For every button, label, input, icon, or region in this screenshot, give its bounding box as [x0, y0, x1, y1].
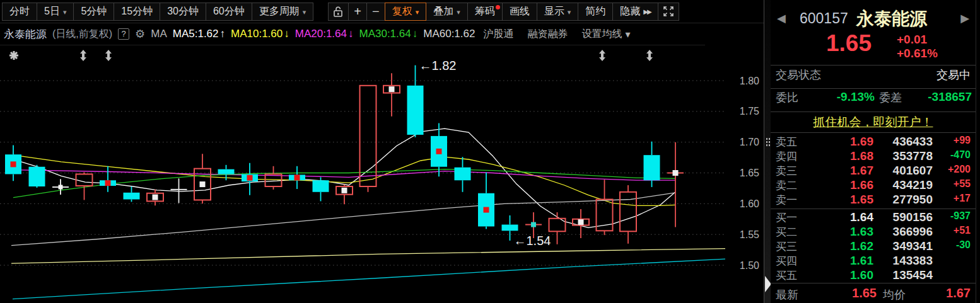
ma30-legend[interactable]: MA30:1.64↓: [359, 28, 417, 40]
latest-label: 最新: [776, 287, 798, 302]
event-updown-icon[interactable]: [105, 50, 112, 61]
stock-code: 600157: [800, 10, 848, 27]
draw-line-button[interactable]: 画线: [502, 3, 537, 21]
open-account-link[interactable]: 抓住机会，即刻开户！: [814, 115, 933, 129]
ask-price: 1.67: [850, 164, 873, 178]
tab-5min[interactable]: 5分钟: [73, 3, 114, 21]
chart-canvas[interactable]: 1.801.751.701.651.601.551.50←1.82←1.54: [0, 45, 764, 303]
hide-button[interactable]: 隐藏▶▶: [612, 3, 658, 21]
weibi-label: 委比: [776, 90, 798, 105]
candle[interactable]: [644, 155, 660, 180]
candle[interactable]: [620, 192, 636, 232]
bid-volume: 143383: [893, 254, 933, 268]
ma-settings-button[interactable]: 设置均线▾: [581, 28, 630, 41]
divider-line: [771, 209, 976, 209]
avg-value: 1.67: [946, 286, 971, 300]
ma-line-MA-long-cyan: [13, 259, 725, 299]
ma60-legend[interactable]: MA60:1.62: [423, 28, 475, 40]
ask-row-2[interactable]: 卖二1.66434219+55: [771, 178, 976, 193]
bid-level: 买二: [776, 225, 797, 239]
adjust-price-button[interactable]: 复权▾: [385, 3, 427, 21]
margin-trading-link[interactable]: 融资融券: [527, 28, 568, 41]
overlay-button[interactable]: 叠加▾: [426, 3, 468, 21]
tab-60min[interactable]: 60分钟: [206, 3, 252, 21]
candle[interactable]: [76, 174, 93, 186]
candle[interactable]: [313, 180, 329, 192]
unlock-icon: [334, 6, 343, 17]
drag-handle-icon[interactable]: [766, 137, 771, 147]
bid-price: 1.64: [850, 210, 873, 224]
simple-mode-button[interactable]: 简约: [578, 3, 613, 21]
event-updown-icon[interactable]: [80, 50, 86, 61]
chart-column: 分时 5日▾ 5分钟 15分钟 30分钟 60分钟 更多周期▾ + − 复权▾ …: [0, 0, 764, 303]
chips-button[interactable]: 筹码: [467, 3, 503, 21]
ma-line-MA-long-yellow: [11, 249, 725, 264]
ask-delta: +17: [954, 193, 971, 204]
gear-icon[interactable]: ⚙: [135, 27, 145, 41]
last-price: 1.65: [826, 30, 872, 57]
sell-marker-icon: [200, 181, 206, 187]
ma5-legend[interactable]: MA5:1.62↑: [173, 28, 225, 40]
chevron-down-icon: ▾: [416, 8, 419, 16]
ask-level: 卖四: [776, 149, 797, 164]
y-axis-label: 1.70: [740, 137, 759, 147]
buy-marker-icon: [105, 180, 111, 186]
fullscreen-button[interactable]: [658, 3, 679, 21]
status-label: 交易状态: [776, 67, 821, 83]
bid-price: 1.61: [850, 254, 873, 268]
ask-row-3[interactable]: 卖三1.67401607+200: [771, 164, 976, 178]
lock-button[interactable]: [328, 3, 349, 21]
ask-volume: 277950: [893, 193, 933, 207]
weicha-label: 委差: [879, 90, 902, 105]
divider-line: [771, 88, 976, 89]
expand-icon: [663, 6, 674, 16]
next-stock-arrow[interactable]: ▶: [960, 11, 969, 25]
event-star-icon[interactable]: [9, 51, 18, 60]
right-scroll-gutter[interactable]: [976, 0, 980, 303]
bid-row-5[interactable]: 买五1.60135454: [771, 268, 976, 283]
tab-30min[interactable]: 30分钟: [160, 3, 206, 21]
sell-marker-icon: [342, 188, 347, 193]
buy-marker-icon: [295, 174, 300, 180]
ask-volume: 401607: [893, 164, 933, 178]
ma10-legend[interactable]: MA10:1.60↓: [231, 28, 289, 40]
help-icon[interactable]: ?: [118, 28, 129, 40]
candle[interactable]: [360, 86, 376, 186]
bid-row-3[interactable]: 买三1.62349341-30: [771, 239, 976, 254]
candle[interactable]: [502, 225, 518, 231]
event-updown-icon[interactable]: [646, 50, 653, 61]
ask-row-5[interactable]: 卖五1.69436433+99: [771, 135, 976, 149]
weibi-value: -9.13%: [837, 90, 875, 104]
event-updown-icon[interactable]: [599, 50, 605, 61]
point-marker-icon: [531, 222, 536, 227]
prev-stock-arrow[interactable]: ◀: [777, 11, 786, 25]
bid-row-2[interactable]: 买二1.63366996+51: [771, 225, 976, 239]
bid-row-1[interactable]: 买一1.64590156-937: [771, 210, 976, 225]
zoom-in-button[interactable]: +: [348, 3, 367, 21]
arrow-down-icon: ↓: [284, 28, 289, 40]
ma20-legend[interactable]: MA20:1.64↓: [295, 28, 354, 40]
candle[interactable]: [407, 86, 424, 135]
candle[interactable]: [218, 169, 235, 174]
ask-row-4[interactable]: 卖四1.68353778-470: [771, 149, 976, 164]
plus-icon: +: [354, 4, 361, 19]
tab-more-periods[interactable]: 更多周期▾: [252, 3, 314, 21]
crosshair-center-icon: [59, 185, 63, 189]
ask-row-1[interactable]: 卖一1.65277950+17: [771, 193, 976, 207]
tab-5day[interactable]: 5日▾: [37, 3, 74, 21]
tab-timeline[interactable]: 分时: [2, 3, 37, 21]
toolbar: 分时 5日▾ 5分钟 15分钟 30分钟 60分钟 更多周期▾ + − 复权▾ …: [0, 0, 764, 23]
tab-15min[interactable]: 15分钟: [114, 3, 160, 21]
display-button[interactable]: 显示▾: [537, 3, 579, 21]
candlestick-chart[interactable]: 1.801.751.701.651.601.551.50←1.82←1.54: [0, 45, 764, 303]
candle[interactable]: [124, 193, 140, 200]
avg-label: 均价: [883, 287, 906, 302]
bid-row-4[interactable]: 买四1.61143383: [771, 254, 976, 268]
candle[interactable]: [455, 168, 471, 181]
hugutong-link[interactable]: 沪股通: [483, 28, 513, 41]
y-axis-label: 1.55: [740, 229, 759, 240]
panel-divider[interactable]: [764, 0, 771, 303]
zoom-out-button[interactable]: −: [366, 3, 385, 21]
sell-marker-icon: [153, 195, 158, 200]
candle[interactable]: [29, 167, 45, 186]
